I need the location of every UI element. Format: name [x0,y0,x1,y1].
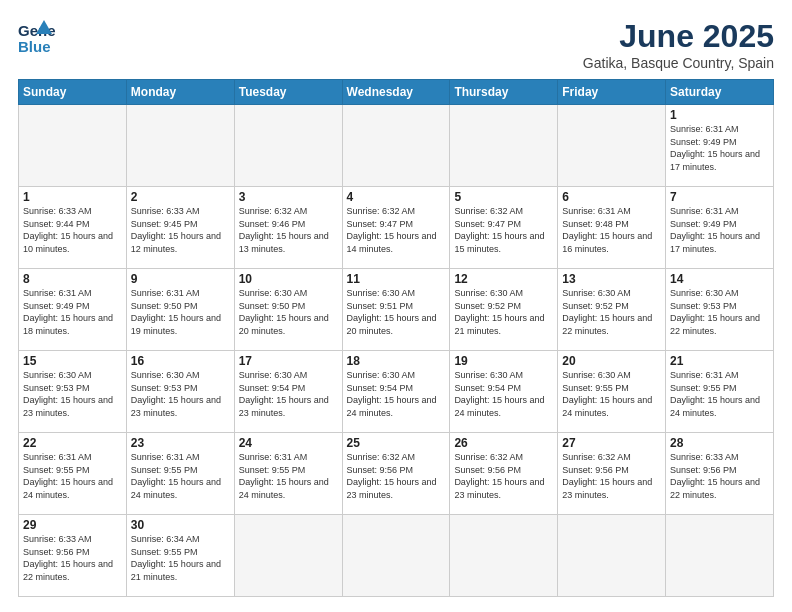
day-number: 7 [670,190,769,204]
day-number: 2 [131,190,230,204]
calendar-cell [19,105,127,187]
day-info: Sunrise: 6:30 AMSunset: 9:51 PMDaylight:… [347,287,446,337]
calendar-week-5: 29Sunrise: 6:33 AMSunset: 9:56 PMDayligh… [19,515,774,597]
day-number: 19 [454,354,553,368]
calendar-cell: 18Sunrise: 6:30 AMSunset: 9:54 PMDayligh… [342,351,450,433]
weekday-header-friday: Friday [558,80,666,105]
day-info: Sunrise: 6:31 AMSunset: 9:50 PMDaylight:… [131,287,230,337]
calendar-cell: 20Sunrise: 6:30 AMSunset: 9:55 PMDayligh… [558,351,666,433]
day-number: 1 [23,190,122,204]
page: General Blue June 2025 Gatika, Basque Co… [0,0,792,612]
day-info: Sunrise: 6:33 AMSunset: 9:44 PMDaylight:… [23,205,122,255]
main-title: June 2025 [583,18,774,55]
calendar-cell: 9Sunrise: 6:31 AMSunset: 9:50 PMDaylight… [126,269,234,351]
day-info: Sunrise: 6:32 AMSunset: 9:46 PMDaylight:… [239,205,338,255]
day-number: 13 [562,272,661,286]
day-number: 21 [670,354,769,368]
day-info: Sunrise: 6:32 AMSunset: 9:47 PMDaylight:… [347,205,446,255]
calendar-cell: 6Sunrise: 6:31 AMSunset: 9:48 PMDaylight… [558,187,666,269]
day-info: Sunrise: 6:31 AMSunset: 9:48 PMDaylight:… [562,205,661,255]
day-info: Sunrise: 6:30 AMSunset: 9:50 PMDaylight:… [239,287,338,337]
day-info: Sunrise: 6:34 AMSunset: 9:55 PMDaylight:… [131,533,230,583]
calendar-cell [342,105,450,187]
day-number: 8 [23,272,122,286]
day-number: 16 [131,354,230,368]
day-info: Sunrise: 6:33 AMSunset: 9:45 PMDaylight:… [131,205,230,255]
day-info: Sunrise: 6:30 AMSunset: 9:52 PMDaylight:… [454,287,553,337]
calendar-cell: 12Sunrise: 6:30 AMSunset: 9:52 PMDayligh… [450,269,558,351]
day-number: 3 [239,190,338,204]
day-number: 20 [562,354,661,368]
day-info: Sunrise: 6:31 AMSunset: 9:55 PMDaylight:… [239,451,338,501]
calendar-cell: 28Sunrise: 6:33 AMSunset: 9:56 PMDayligh… [666,433,774,515]
day-info: Sunrise: 6:31 AMSunset: 9:55 PMDaylight:… [23,451,122,501]
day-number: 28 [670,436,769,450]
day-info: Sunrise: 6:30 AMSunset: 9:54 PMDaylight:… [239,369,338,419]
calendar-cell: 1Sunrise: 6:33 AMSunset: 9:44 PMDaylight… [19,187,127,269]
weekday-header-sunday: Sunday [19,80,127,105]
calendar-cell: 2Sunrise: 6:33 AMSunset: 9:45 PMDaylight… [126,187,234,269]
calendar-week-0: 1Sunrise: 6:31 AMSunset: 9:49 PMDaylight… [19,105,774,187]
calendar-cell: 13Sunrise: 6:30 AMSunset: 9:52 PMDayligh… [558,269,666,351]
day-info: Sunrise: 6:30 AMSunset: 9:54 PMDaylight:… [347,369,446,419]
day-number: 18 [347,354,446,368]
svg-text:General: General [18,22,56,39]
calendar-cell: 1Sunrise: 6:31 AMSunset: 9:49 PMDaylight… [666,105,774,187]
calendar-cell [450,105,558,187]
day-info: Sunrise: 6:31 AMSunset: 9:55 PMDaylight:… [670,369,769,419]
calendar-cell [234,105,342,187]
day-info: Sunrise: 6:30 AMSunset: 9:53 PMDaylight:… [670,287,769,337]
calendar-week-3: 15Sunrise: 6:30 AMSunset: 9:53 PMDayligh… [19,351,774,433]
calendar-week-4: 22Sunrise: 6:31 AMSunset: 9:55 PMDayligh… [19,433,774,515]
day-info: Sunrise: 6:32 AMSunset: 9:56 PMDaylight:… [562,451,661,501]
calendar-cell: 24Sunrise: 6:31 AMSunset: 9:55 PMDayligh… [234,433,342,515]
calendar-cell: 16Sunrise: 6:30 AMSunset: 9:53 PMDayligh… [126,351,234,433]
logo-icon: General Blue [18,18,56,56]
day-info: Sunrise: 6:31 AMSunset: 9:49 PMDaylight:… [23,287,122,337]
calendar-cell: 14Sunrise: 6:30 AMSunset: 9:53 PMDayligh… [666,269,774,351]
day-info: Sunrise: 6:31 AMSunset: 9:49 PMDaylight:… [670,205,769,255]
day-info: Sunrise: 6:30 AMSunset: 9:53 PMDaylight:… [23,369,122,419]
calendar-cell: 29Sunrise: 6:33 AMSunset: 9:56 PMDayligh… [19,515,127,597]
calendar-week-1: 1Sunrise: 6:33 AMSunset: 9:44 PMDaylight… [19,187,774,269]
weekday-header-row: SundayMondayTuesdayWednesdayThursdayFrid… [19,80,774,105]
weekday-header-saturday: Saturday [666,80,774,105]
day-info: Sunrise: 6:32 AMSunset: 9:56 PMDaylight:… [347,451,446,501]
day-number: 23 [131,436,230,450]
day-number: 6 [562,190,661,204]
calendar-header: SundayMondayTuesdayWednesdayThursdayFrid… [19,80,774,105]
calendar-cell: 4Sunrise: 6:32 AMSunset: 9:47 PMDaylight… [342,187,450,269]
calendar-cell: 11Sunrise: 6:30 AMSunset: 9:51 PMDayligh… [342,269,450,351]
calendar-table: SundayMondayTuesdayWednesdayThursdayFrid… [18,79,774,597]
logo: General Blue [18,18,56,60]
calendar-cell [558,105,666,187]
weekday-header-tuesday: Tuesday [234,80,342,105]
weekday-header-wednesday: Wednesday [342,80,450,105]
day-number: 10 [239,272,338,286]
day-number: 24 [239,436,338,450]
calendar-cell: 17Sunrise: 6:30 AMSunset: 9:54 PMDayligh… [234,351,342,433]
title-area: June 2025 Gatika, Basque Country, Spain [583,18,774,71]
weekday-header-monday: Monday [126,80,234,105]
day-number: 29 [23,518,122,532]
calendar-cell: 27Sunrise: 6:32 AMSunset: 9:56 PMDayligh… [558,433,666,515]
day-info: Sunrise: 6:33 AMSunset: 9:56 PMDaylight:… [670,451,769,501]
day-info: Sunrise: 6:30 AMSunset: 9:55 PMDaylight:… [562,369,661,419]
calendar-cell: 26Sunrise: 6:32 AMSunset: 9:56 PMDayligh… [450,433,558,515]
calendar-body: 1Sunrise: 6:31 AMSunset: 9:49 PMDaylight… [19,105,774,597]
day-number: 1 [670,108,769,122]
day-info: Sunrise: 6:32 AMSunset: 9:56 PMDaylight:… [454,451,553,501]
calendar-cell: 19Sunrise: 6:30 AMSunset: 9:54 PMDayligh… [450,351,558,433]
day-number: 25 [347,436,446,450]
weekday-header-thursday: Thursday [450,80,558,105]
day-info: Sunrise: 6:30 AMSunset: 9:53 PMDaylight:… [131,369,230,419]
day-number: 11 [347,272,446,286]
day-info: Sunrise: 6:33 AMSunset: 9:56 PMDaylight:… [23,533,122,583]
calendar-cell [666,515,774,597]
day-info: Sunrise: 6:31 AMSunset: 9:49 PMDaylight:… [670,123,769,173]
calendar-week-2: 8Sunrise: 6:31 AMSunset: 9:49 PMDaylight… [19,269,774,351]
calendar-cell: 10Sunrise: 6:30 AMSunset: 9:50 PMDayligh… [234,269,342,351]
calendar-cell: 8Sunrise: 6:31 AMSunset: 9:49 PMDaylight… [19,269,127,351]
day-number: 9 [131,272,230,286]
calendar-cell [342,515,450,597]
